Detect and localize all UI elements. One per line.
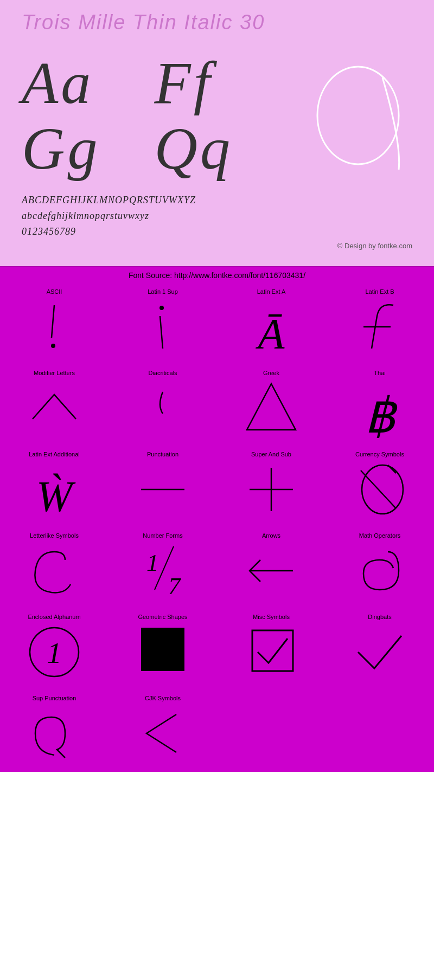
glyph-cell-enclosed-alphanum: Enclosed Alphanum 1 [0,609,108,691]
glyph-label: Enclosed Alphanum [28,614,80,620]
glyph-character: 1 7 [133,541,193,603]
glyph-aa: Aa [22,50,100,116]
glyph-label: Thai [374,370,385,376]
glyph-showcase: Aa Gg Ff Qq [22,45,412,187]
svg-point-0 [317,67,399,164]
glyph-cell-dingbats: Dingbats [326,609,434,691]
glyph-label: Geometric Shapes [138,614,187,620]
glyph-character [241,378,301,440]
glyph-cell-geometric-shapes: Geometric Shapes [108,609,217,691]
glyph-label: Latin Ext B [365,288,394,295]
svg-point-4 [159,306,164,310]
svg-text:Ẁ: Ẁ [36,473,76,519]
glyph-cell-cjk-symbols: CJK Symbols [108,691,217,772]
glyph-label: Misc Symbols [253,614,290,620]
svg-line-14 [361,470,396,508]
svg-text:Ā: Ā [256,310,285,357]
glyph-character [133,297,193,359]
glyph-character [24,297,84,359]
glyph-cell-super-and-sub: Super And Sub [217,447,326,528]
copyright: © Design by fontke.com [22,242,412,250]
glyph-label: Punctuation [147,451,178,457]
glyph-label: Modifier Letters [34,370,75,376]
glyph-character: Ā [241,297,301,359]
glyph-grid: ASCII Latin 1 Sup Latin Ext A Ā Latin Ex… [0,284,434,772]
glyph-label: Super And Sub [251,451,291,457]
svg-text:1: 1 [146,549,159,576]
glyph-character [241,622,301,684]
glyph-character [24,541,84,603]
svg-text:฿: ฿ [365,389,398,438]
glyph-character [350,622,410,684]
glyph-cell-math-operators: Math Operators [326,528,434,609]
glyph-cell-latin-1-sup: Latin 1 Sup [108,284,217,365]
glyph-label: Greek [263,370,279,376]
alphabet-display: ABCDEFGHIJKLMNOPQRSTUVWXYZ abcdefghijklm… [22,192,412,239]
glyph-cell-thai: Thai ฿ [326,365,434,447]
glyph-cell-punctuation: Punctuation [108,447,217,528]
svg-rect-23 [252,630,293,671]
top-section: Trois Mille Thin Italic 30 Aa Gg Ff Qq A… [0,0,434,266]
svg-text:1: 1 [47,636,62,669]
glyph-cell-misc-symbols: Misc Symbols [217,609,326,691]
glyph-cell-modifier-letters: Modifier Letters [0,365,108,447]
glyph-cell-diacriticals: Diacriticals [108,365,217,447]
large-a-decoration [293,45,401,164]
svg-line-3 [160,316,163,349]
glyph-character [24,704,84,765]
glyph-label: Arrows [262,532,280,539]
glyph-character [133,460,193,521]
svg-line-1 [52,305,54,338]
glyph-cell-latin-ext-b: Latin Ext B [326,284,434,365]
glyph-label: CJK Symbols [145,695,181,701]
glyph-character [133,704,193,765]
glyph-cell-number-forms: Number Forms 1 7 [108,528,217,609]
glyph-ff: Ff [154,50,232,116]
glyph-character [241,460,301,521]
svg-point-13 [362,465,403,514]
uppercase-row: ABCDEFGHIJKLMNOPQRSTUVWXYZ [22,192,412,208]
glyph-character [350,541,410,603]
glyph-character: 1 [24,622,84,684]
svg-text:7: 7 [168,572,182,599]
glyph-gg: Gg [22,116,100,182]
font-title: Trois Mille Thin Italic 30 [22,11,412,34]
glyph-cell-letterlike-symbols: Letterlike Symbols [0,528,108,609]
glyph-cell-currency-symbols: Currency Symbols [326,447,434,528]
glyph-label: Latin 1 Sup [148,288,178,295]
lowercase-row: abcdefghijklmnopqrstuvwxyz [22,208,412,224]
glyph-character [24,378,84,440]
glyph-cell-ascii: ASCII [0,284,108,365]
svg-marker-7 [247,384,296,430]
glyph-cell-latin-ext-a: Latin Ext A Ā [217,284,326,365]
glyph-label: Math Operators [359,532,400,539]
glyph-label: Diacriticals [148,370,177,376]
glyph-label: Latin Ext A [257,288,286,295]
glyph-character [133,378,193,440]
glyph-label: Currency Symbols [355,451,404,457]
glyph-label: Letterlike Symbols [30,532,79,539]
glyph-label: Latin Ext Additional [29,451,80,457]
glyph-character [241,541,301,603]
glyph-character [130,622,195,684]
glyph-cell-sup-punctuation: Sup Punctuation [0,691,108,772]
glyph-cell-arrows: Arrows [217,528,326,609]
glyph-character [350,297,410,359]
glyph-character: ฿ [350,378,410,440]
svg-point-2 [51,344,55,348]
glyph-label: Number Forms [143,532,182,539]
glyph-label: Sup Punctuation [33,695,76,701]
glyph-qq: Qq [154,116,232,182]
digits-row: 0123456789 [22,224,412,240]
glyph-label: ASCII [47,288,62,295]
font-source: Font Source: http://www.fontke.com/font/… [0,266,434,284]
glyph-cell-greek: Greek [217,365,326,447]
svg-rect-22 [141,628,184,671]
bottom-section: Font Source: http://www.fontke.com/font/… [0,266,434,772]
glyph-label: Dingbats [368,614,391,620]
glyph-character: Ẁ [24,460,84,521]
glyph-cell-latin-ext-additional: Latin Ext Additional Ẁ [0,447,108,528]
glyph-character [350,460,410,521]
